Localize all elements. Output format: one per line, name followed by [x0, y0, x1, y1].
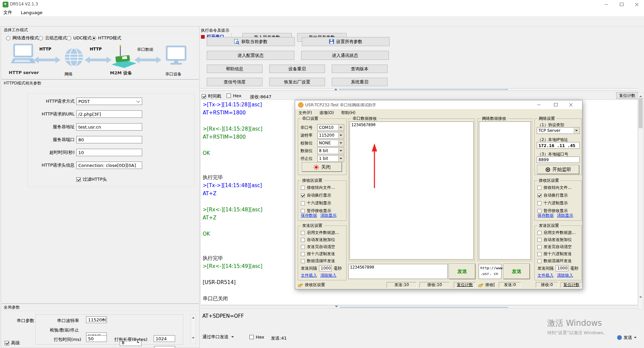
checkbox-icon[interactable] [301, 201, 305, 205]
field-select[interactable]: 115200 [317, 132, 344, 139]
timestamp-checkbox[interactable]: 时间戳 [202, 93, 221, 99]
proto-select[interactable]: TCP Server [537, 127, 580, 134]
menu-item[interactable]: 文件 [3, 9, 12, 15]
setting-checkbox[interactable]: 发送完自动清空 [301, 244, 346, 250]
radio-icon[interactable] [6, 36, 10, 40]
command-button[interactable]: 恢复出厂设置 [269, 78, 325, 86]
pack-time-input[interactable]: 50 [86, 335, 107, 342]
checkbox-icon[interactable] [537, 201, 541, 205]
checkbox-icon[interactable] [301, 245, 305, 249]
command-button[interactable]: 帮助信息 [207, 65, 263, 73]
usr-tcp232-window[interactable]: USR-TCP232-Test 串口转网络调试助手 文件(F)选项(O)帮助(H… [295, 100, 582, 289]
log-scrollbar[interactable] [638, 93, 643, 310]
setting-checkbox[interactable]: 启用文件数据源... [537, 230, 581, 236]
field-select[interactable]: 8 bit [317, 147, 344, 154]
field-select[interactable]: NONE [317, 140, 344, 146]
checkbox-icon[interactable] [301, 231, 305, 235]
checkbox-icon[interactable] [537, 186, 541, 190]
listen-button[interactable]: 开始监听 [537, 165, 579, 174]
checkbox-icon[interactable] [537, 259, 541, 263]
checkbox-icon[interactable] [537, 252, 541, 256]
checkbox-icon[interactable] [301, 252, 305, 256]
serial-recv-area[interactable]: 1234567890 [350, 121, 474, 259]
checkbox-icon[interactable] [301, 194, 305, 198]
reset-count-button[interactable]: 复位计数 [616, 92, 638, 99]
scroll-thumb[interactable] [639, 98, 643, 128]
checkbox-icon[interactable] [537, 238, 541, 242]
setting-checkbox[interactable]: 十六进制显示 [537, 200, 581, 206]
setting-checkbox[interactable]: 自动换行显示 [301, 193, 346, 198]
local-ip-input[interactable]: 172.16 .11 .45 [537, 142, 580, 149]
setting-checkbox[interactable]: 数据流循环发送 [537, 258, 581, 264]
close-port-button[interactable]: 关闭 [302, 163, 342, 172]
checkbox-icon[interactable] [5, 341, 9, 345]
setting-checkbox[interactable]: 自动发送附加位 [537, 237, 581, 243]
setting-checkbox[interactable]: 接收转向文件... [301, 185, 346, 190]
field-input[interactable]: 80 [76, 136, 142, 143]
radio-icon[interactable] [39, 36, 43, 40]
maximize-icon[interactable] [549, 100, 562, 109]
menu-item[interactable]: 选项(O) [319, 110, 334, 116]
scroll-down-icon[interactable] [192, 337, 195, 340]
command-button[interactable]: 查信号强度 [207, 78, 263, 86]
setting-checkbox[interactable]: 自动发送附加位 [301, 237, 346, 243]
checkbox-icon[interactable] [537, 209, 541, 213]
net-send-input[interactable]: http://www.usr. cn [479, 264, 501, 279]
field-select[interactable]: COM10 [317, 124, 344, 131]
field-input[interactable]: Connection: close[0D][0A] [76, 162, 142, 169]
send-hex-checkbox[interactable]: Hex [249, 335, 264, 340]
setting-checkbox[interactable]: 接收转向文件... [537, 185, 581, 190]
get-params-button[interactable]: 获取当前参数 [207, 37, 295, 46]
checkbox-icon[interactable] [301, 209, 305, 213]
field-input[interactable]: test.usr.cn [76, 123, 142, 131]
checkbox-icon[interactable] [537, 231, 541, 235]
setting-checkbox[interactable]: 发送完自动清空 [537, 244, 581, 250]
net-recv-area[interactable] [479, 121, 531, 259]
field-select[interactable]: 1 bit [317, 155, 344, 162]
setting-checkbox[interactable]: 十六进制显示 [301, 200, 346, 206]
checkbox-icon[interactable] [301, 186, 305, 190]
setting-checkbox[interactable]: 按十六进制发送 [537, 251, 581, 257]
checkbox-icon[interactable] [301, 238, 305, 242]
scroll-up-icon[interactable] [192, 316, 195, 318]
command-button[interactable]: 进入配置状态 [207, 51, 294, 60]
action-link[interactable]: 清除显示 [557, 213, 573, 218]
menu-item[interactable]: 文件(F) [298, 110, 312, 116]
interval-input[interactable]: 1000 [556, 265, 568, 271]
close-icon[interactable] [629, 0, 644, 9]
command-button[interactable]: 系统重启 [332, 78, 388, 86]
command-button[interactable]: 查询版本 [332, 65, 388, 73]
checkbox-icon[interactable] [537, 245, 541, 249]
maximize-icon[interactable] [614, 0, 629, 9]
hex-checkbox[interactable]: Hex [227, 93, 241, 98]
action-link[interactable]: 清除显示 [320, 213, 336, 218]
setting-checkbox[interactable]: 按十六进制发送 [301, 251, 346, 257]
filter-http-checkbox[interactable]: 过滤HTTP头 [76, 176, 107, 182]
field-input[interactable]: /2.php[3F] [76, 110, 142, 118]
command-button[interactable]: 进入通讯状态 [301, 51, 389, 60]
bottom-send-button[interactable]: 发送 [617, 335, 637, 341]
checkbox-icon[interactable] [537, 194, 541, 198]
scroll-up-icon[interactable] [639, 94, 642, 97]
work-mode-option[interactable]: UDC模式 [67, 35, 92, 41]
advanced-checkbox[interactable]: 高级 [5, 340, 20, 346]
splitter-down-icon[interactable] [335, 306, 338, 309]
send-text[interactable]: AT+SDPEN=OFF [202, 313, 244, 319]
action-link[interactable]: 清除输入 [320, 273, 336, 278]
setting-checkbox[interactable]: 数据流循环发送 [301, 258, 346, 264]
action-link[interactable]: 文件载入 [301, 273, 317, 278]
work-mode-option[interactable]: 云组态模式 [39, 35, 67, 41]
net-send-button[interactable]: 发送 [504, 264, 530, 279]
serial-send-input[interactable]: 1234567890 [348, 264, 448, 279]
global-scrollbar[interactable] [191, 314, 196, 344]
local-port-input[interactable]: 8899 [537, 156, 580, 163]
setting-checkbox[interactable]: 启用文件数据源... [301, 230, 346, 236]
work-mode-option[interactable]: 网络透传模式 [6, 35, 39, 41]
setting-checkbox[interactable]: 自动换行显示 [537, 193, 581, 198]
action-link[interactable]: 保存数据 [301, 213, 317, 218]
menu-item[interactable]: Language [21, 10, 42, 15]
global-stopbits-select[interactable]: 1 [154, 346, 175, 348]
menu-item[interactable]: 帮助(H) [341, 110, 355, 116]
send-via-serial-button[interactable]: 通过串口发送 [202, 334, 234, 340]
scroll-down-icon[interactable] [639, 297, 642, 299]
